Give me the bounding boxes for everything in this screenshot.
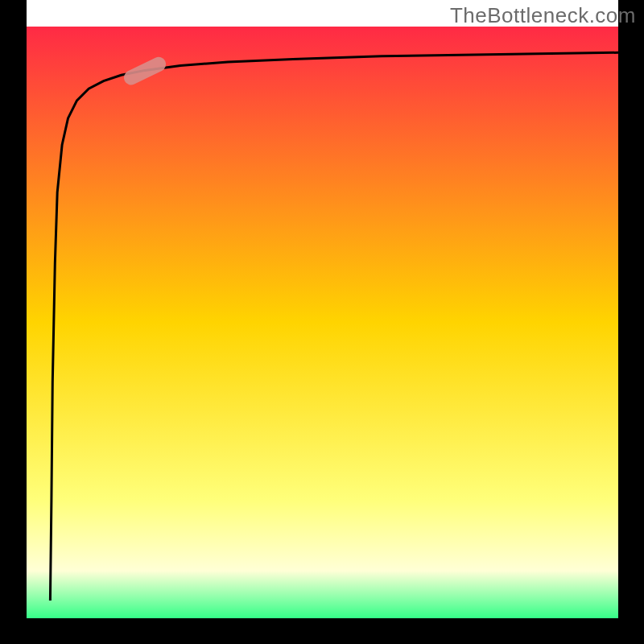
frame-bottom bbox=[0, 618, 644, 644]
frame-left bbox=[0, 0, 27, 644]
watermark-text: TheBottleneck.com bbox=[450, 3, 636, 28]
page-root: { "watermark": "TheBottleneck.com", "cha… bbox=[0, 0, 644, 644]
plot-background bbox=[27, 27, 618, 618]
chart-svg bbox=[0, 0, 644, 644]
frame-right bbox=[618, 0, 644, 644]
